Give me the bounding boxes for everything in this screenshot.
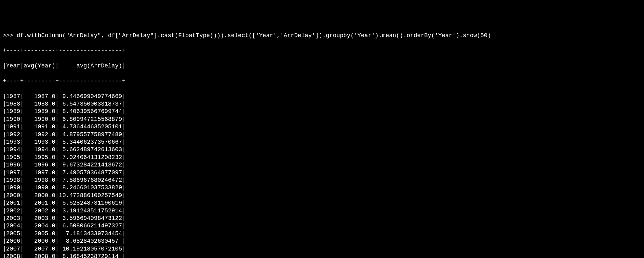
table-border-mid: +----+---------+------------------+ (3, 78, 641, 85)
table-row: |1997| 1997.0| 7.490578364877097| (3, 169, 641, 177)
table-row: |1996| 1996.0| 9.673284221413672| (3, 161, 641, 169)
table-row: |2002| 2002.0| 3.191243511752914| (3, 207, 641, 215)
repl-prompt: >>> (3, 32, 17, 39)
table-row: |1987| 1987.0| 9.446699049774669| (3, 93, 641, 100)
table-row: |1989| 1989.0| 8.406395667699744| (3, 108, 641, 115)
table-row: |1991| 1991.0| 4.736444635205101| (3, 123, 641, 131)
table-body: |1987| 1987.0| 9.446699049774669||1988| … (3, 93, 641, 258)
table-row: |2007| 2007.0| 10.19218057072105| (3, 245, 641, 253)
table-row: |2000| 2000.0|10.472886100257549| (3, 192, 641, 199)
table-row: |1990| 1990.0| 6.809947215568879| (3, 116, 641, 123)
table-row: |1988| 1988.0| 6.547350003318737| (3, 100, 641, 108)
table-row: |2004| 2004.0| 6.508066211497327| (3, 222, 641, 230)
table-row: |1993| 1993.0| 5.344062373570667| (3, 138, 641, 146)
table-border-top: +----+---------+------------------+ (3, 47, 641, 54)
table-row: |2008| 2008.0| 8.16845238729114 | (3, 253, 641, 258)
table-row: |2003| 2003.0| 3.596694098473122| (3, 215, 641, 222)
table-row: |2006| 2006.0| 8.6828402630457 | (3, 237, 641, 245)
command-line[interactable]: >>> df.withColumn("ArrDelay", df["ArrDel… (3, 32, 641, 39)
table-row: |1995| 1995.0| 7.024064131208232| (3, 154, 641, 161)
table-row: |1999| 1999.0| 8.246601037533829| (3, 184, 641, 192)
command-text: df.withColumn("ArrDelay", df["ArrDelay"]… (17, 32, 491, 39)
table-row: |1998| 1998.0| 7.586967680246472| (3, 177, 641, 184)
table-row: |2001| 2001.0| 5.528248731190619| (3, 199, 641, 207)
table-row: |1992| 1992.0| 4.879557758977489| (3, 131, 641, 138)
table-row: |1994| 1994.0| 5.662489742613603| (3, 146, 641, 153)
table-row: |2005| 2005.0| 7.18134339734454| (3, 230, 641, 237)
table-header: |Year|avg(Year)| avg(ArrDelay)| (3, 62, 641, 70)
